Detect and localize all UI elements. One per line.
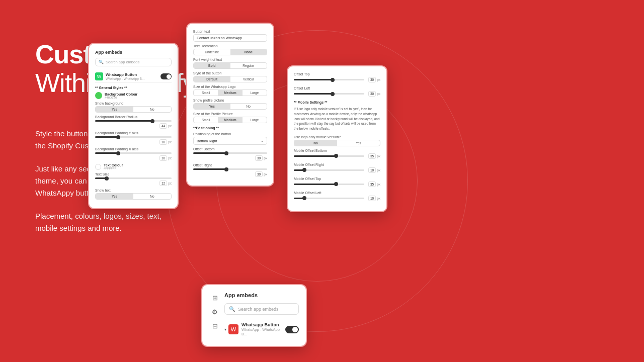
show-bg-toggle[interactable]: Yes No [95, 106, 172, 113]
border-radius-track[interactable] [95, 120, 172, 122]
padding-x-unit: px [168, 156, 172, 160]
use-logo-group[interactable]: No Yes [294, 140, 380, 146]
mobile-desc: If 'Use logo only mobile version' is set… [294, 107, 380, 131]
offset-bottom-track[interactable] [193, 152, 267, 154]
use-logo-field: Use logo only mobile version? No Yes [294, 135, 380, 146]
offset-top-track[interactable] [294, 79, 364, 80]
color-name: Background Colour [105, 93, 137, 96]
pps-small[interactable]: Small [194, 117, 218, 123]
font-weight-group[interactable]: Bold Regular [193, 62, 267, 69]
profile-pic-label: Show profile picture [193, 99, 267, 102]
mob-offset-top-unit: px [377, 183, 380, 186]
style-default[interactable]: Default [194, 76, 230, 82]
fw-bold[interactable]: Bold [194, 63, 230, 68]
mob-offset-right-label: Mobile Offset Right [294, 163, 380, 166]
td-none[interactable]: None [230, 49, 267, 55]
offset-left-unit: px [377, 92, 380, 96]
padding-x-val: 10 [159, 155, 167, 161]
offset-right-label: Offset Right [193, 163, 267, 167]
border-radius-label: Background Border Radius [95, 115, 172, 119]
border-radius-fill [95, 120, 152, 122]
offset-right-val: 30 [255, 171, 263, 177]
card-mobile-settings: Offset Top 30 px Offset Left 30 px ** Mo… [287, 65, 387, 212]
mob-offset-left-thumb [302, 196, 306, 200]
profile-pic-field: Show profile picture Yes No [193, 99, 267, 110]
logo-small[interactable]: Small [194, 90, 218, 96]
card-app-embeds: App embeds 🔍 Search app embeds W Whatsap… [88, 43, 179, 209]
logo-large[interactable]: Large [243, 90, 267, 96]
offset-right-track[interactable] [193, 168, 267, 170]
text-size-unit: px [168, 182, 172, 185]
show-text-yes[interactable]: Yes [96, 194, 133, 199]
bottom-search-box[interactable]: 🔍 Search app embeds [224, 303, 299, 315]
mob-offset-right-thumb [302, 168, 306, 172]
logo-size-label: Size of the Whatsapp Logo [193, 85, 267, 88]
show-text-toggle[interactable]: Yes No [95, 193, 172, 200]
padding-y-fill [95, 136, 118, 138]
mob-offset-top-track[interactable] [294, 184, 364, 185]
padding-y-thumb [116, 135, 120, 139]
pp-no[interactable]: No [230, 104, 267, 109]
text-decoration-label: Text Decoration [193, 44, 267, 48]
ul-yes[interactable]: Yes [337, 140, 380, 146]
position-select[interactable]: Bottom Right ⌄ [193, 137, 267, 145]
style-group[interactable]: Default Vertical [193, 76, 267, 82]
bottom-embeds-header: App embeds [224, 292, 299, 298]
show-bg-label: Show background [95, 102, 172, 105]
color-hex: #48D156 [105, 96, 137, 99]
style-label: Style of the button [193, 71, 267, 75]
desc-3: Placement, colours, logos, sizes, text,m… [35, 210, 267, 234]
show-bg-field: Show background Yes No [95, 102, 172, 113]
text-size-row: Text Size 12 px [95, 172, 172, 186]
show-bg-no[interactable]: No [133, 107, 171, 112]
logo-size-group[interactable]: Small Medium Large [193, 89, 267, 96]
show-text-no[interactable]: No [133, 194, 171, 199]
mob-offset-left-unit: px [377, 197, 380, 200]
mob-offset-top-thumb [334, 182, 338, 186]
offset-left-thumb [331, 92, 335, 96]
show-bg-yes[interactable]: Yes [96, 107, 133, 112]
mob-offset-bottom-label: Mobile Offset Bottom [294, 149, 380, 152]
pps-medium[interactable]: Medium [218, 117, 242, 123]
btn-text-field: Button text Contact us<br>on WhatsApp [193, 30, 267, 42]
wa-toggle[interactable] [160, 73, 172, 79]
mob-offset-right-row: 10 px [294, 167, 380, 173]
profile-pic-size-group[interactable]: Small Medium Large [193, 117, 267, 123]
padding-y-row: Background Padding Y axis 10 px [95, 131, 172, 145]
offset-right-unit: px [264, 172, 267, 176]
bottom-wa-name: Whatsapp Button [242, 322, 285, 327]
pp-yes[interactable]: Yes [194, 104, 230, 109]
offset-left-row: 30 px [294, 91, 380, 97]
embeds-search-box[interactable]: 🔍 Search app embeds [95, 58, 172, 66]
mob-offset-bottom-unit: px [377, 154, 380, 158]
text-size-track[interactable] [95, 177, 172, 179]
offset-left-track[interactable] [294, 93, 364, 95]
bottom-wa-toggle[interactable] [285, 326, 299, 333]
offset-bottom-val: 30 [255, 155, 263, 161]
padding-x-track[interactable] [95, 152, 172, 154]
padding-x-fill [95, 152, 118, 154]
offset-bottom-row: Offset Bottom 30 px [193, 147, 267, 161]
bottom-wa-sub: WhatsApp - WhatsApp B... [242, 327, 285, 336]
text-decoration-group[interactable]: Underline None [193, 49, 267, 55]
offset-bottom-fill [193, 152, 226, 154]
mob-offset-left-track[interactable] [294, 198, 364, 199]
text-color-row: Text Colour #FFFFFF [95, 163, 172, 170]
settings-icon: ⚙ [209, 306, 220, 317]
ul-no[interactable]: No [294, 140, 337, 146]
mob-offset-right-track[interactable] [294, 169, 364, 171]
bottom-nav-icons: ⊞ ⚙ ⊟ [209, 292, 220, 331]
profile-pic-group[interactable]: Yes No [193, 103, 267, 110]
btn-text-input[interactable]: Contact us<br>on WhatsApp [193, 34, 267, 42]
logo-medium[interactable]: Medium [218, 90, 242, 96]
pps-large[interactable]: Large [243, 117, 267, 123]
fw-regular[interactable]: Regular [230, 63, 267, 68]
td-underline[interactable]: Underline [194, 49, 230, 55]
mob-offset-bottom-track[interactable] [294, 155, 364, 157]
offset-left-label: Offset Left [294, 86, 380, 90]
padding-y-track[interactable] [95, 136, 172, 138]
offset-left-fill [294, 93, 333, 95]
general-styles-label: ** General Styles ** [95, 86, 172, 89]
bottom-chevron: ▾ [224, 327, 226, 332]
style-vertical[interactable]: Vertical [230, 76, 267, 82]
